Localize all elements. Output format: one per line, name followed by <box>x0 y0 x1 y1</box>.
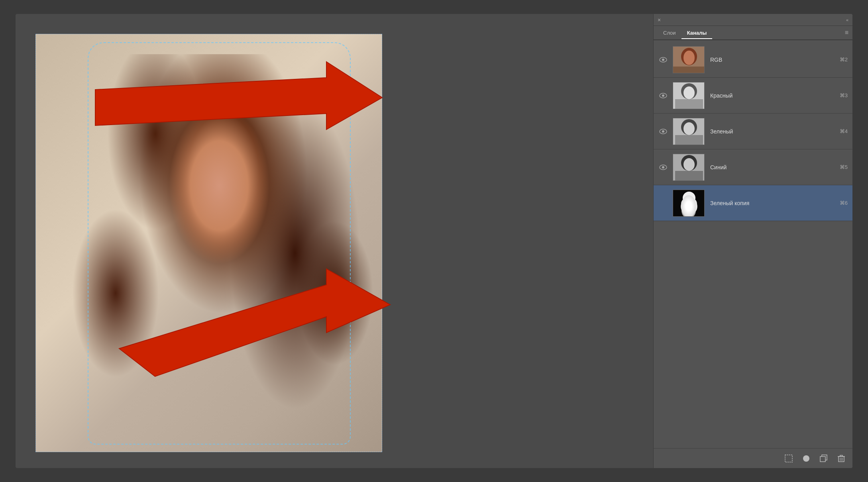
channel-row-green[interactable]: Зеленый ⌘4 <box>654 114 852 149</box>
channels-panel: × « Слои Каналы ≡ <box>653 14 852 468</box>
canvas-area <box>16 14 653 468</box>
photo-container <box>16 14 653 468</box>
svg-point-25 <box>683 192 695 204</box>
channels-list: RGB ⌘2 <box>654 40 852 448</box>
channel-name-rgb: RGB <box>710 57 837 63</box>
svg-rect-32 <box>840 455 842 457</box>
duplicate-channel-icon[interactable] <box>818 453 829 464</box>
svg-rect-29 <box>820 457 825 462</box>
panel-collapse-button[interactable]: « <box>846 18 848 22</box>
channel-shortcut-red: ⌘3 <box>840 92 848 98</box>
channel-name-red: Красный <box>710 92 837 99</box>
channel-name-blue: Синий <box>710 164 837 170</box>
svg-rect-23 <box>675 171 703 181</box>
channel-name-green-copy: Зеленый копия <box>710 200 837 206</box>
channel-row-red[interactable]: Красный ⌘3 <box>654 78 852 114</box>
svg-point-16 <box>683 122 695 135</box>
svg-point-27 <box>803 455 809 462</box>
load-channel-icon[interactable] <box>801 453 812 464</box>
svg-point-13 <box>662 130 664 133</box>
svg-point-22 <box>683 158 695 171</box>
delete-channel-icon[interactable] <box>836 453 847 464</box>
tab-layers[interactable]: Слои <box>658 27 681 39</box>
panel-titlebar: × « <box>654 14 852 26</box>
panel-close-button[interactable]: × <box>658 17 661 23</box>
channel-thumbnail-rgb <box>673 46 705 73</box>
visibility-icon-blue[interactable] <box>658 163 668 171</box>
svg-point-10 <box>683 86 695 99</box>
channel-thumbnail-green-copy <box>673 190 705 217</box>
svg-point-7 <box>662 94 664 97</box>
channel-shortcut-rgb: ⌘2 <box>840 57 848 63</box>
photo-background <box>35 34 382 452</box>
svg-rect-5 <box>673 67 705 73</box>
svg-point-19 <box>662 166 664 169</box>
channel-shortcut-green: ⌘4 <box>840 128 848 134</box>
visibility-icon-red[interactable] <box>658 92 668 100</box>
tab-channels[interactable]: Каналы <box>681 27 713 39</box>
channel-shortcut-green-copy: ⌘6 <box>840 200 848 206</box>
channel-thumbnail-blue <box>673 154 705 181</box>
svg-rect-17 <box>675 135 703 145</box>
panel-menu-icon[interactable]: ≡ <box>845 29 848 36</box>
main-container: × « Слои Каналы ≡ <box>16 14 852 468</box>
visibility-icon-green[interactable] <box>658 127 668 135</box>
dotted-rect-icon[interactable] <box>783 453 794 464</box>
svg-rect-11 <box>675 99 703 109</box>
channel-row-green-copy[interactable]: Зеленый копия ⌘6 <box>654 185 852 221</box>
channel-name-green: Зеленый <box>710 128 837 135</box>
channel-thumbnail-red <box>673 82 705 109</box>
channel-shortcut-blue: ⌘5 <box>840 164 848 170</box>
svg-point-1 <box>662 59 664 61</box>
panel-footer <box>654 448 852 468</box>
channel-thumbnail-green <box>673 118 705 145</box>
visibility-icon-rgb[interactable] <box>658 56 668 64</box>
visibility-icon-green-copy[interactable] <box>658 199 668 207</box>
svg-rect-26 <box>785 455 792 462</box>
svg-point-4 <box>683 51 695 65</box>
channel-row-rgb[interactable]: RGB ⌘2 <box>654 42 852 78</box>
face-layer <box>139 86 299 325</box>
panel-tabs: Слои Каналы ≡ <box>654 26 852 40</box>
channel-row-blue[interactable]: Синий ⌘5 <box>654 149 852 185</box>
